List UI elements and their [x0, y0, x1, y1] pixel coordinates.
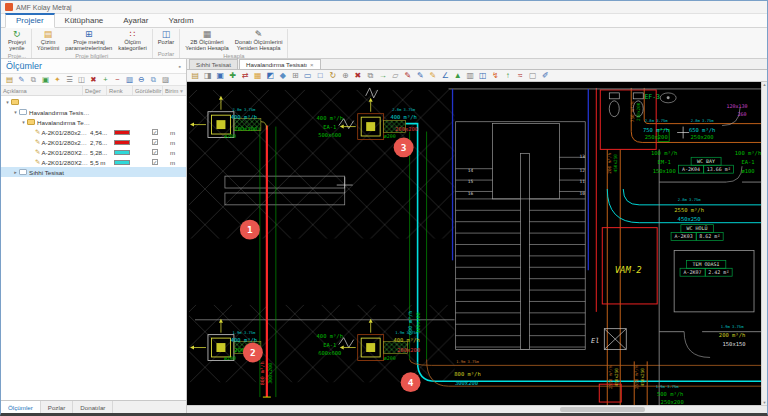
visible-checkbox[interactable]: ✓: [152, 129, 158, 135]
expander-icon[interactable]: ▾: [12, 109, 19, 115]
color-swatch[interactable]: [114, 160, 130, 165]
database-icon[interactable]: ◩: [264, 70, 277, 81]
print-icon[interactable]: ⧉: [28, 74, 39, 85]
tree-row-root[interactable]: ▾: [1, 97, 186, 107]
forward-icon[interactable]: →: [377, 70, 390, 81]
measure-badge-2[interactable]: 2: [243, 343, 263, 363]
zoom-extents-icon[interactable]: ✚: [227, 70, 240, 81]
table-icon[interactable]: ◫: [477, 70, 490, 81]
ribbon-tab-k-t-phane[interactable]: Kütüphane: [55, 15, 114, 27]
spline-icon[interactable]: ≈: [514, 70, 527, 81]
ribbon-tab-ayarlar[interactable]: Ayarlar: [113, 15, 158, 27]
tree-row-s-hhi-tesisat[interactable]: ▸Sıhhi Tesisat: [1, 167, 186, 177]
add-icon[interactable]: +: [100, 74, 111, 85]
visible-checkbox[interactable]: ✓: [152, 149, 158, 155]
zoom-out-icon[interactable]: ⊖: [136, 74, 147, 85]
copy-icon[interactable]: ⧉: [148, 74, 159, 85]
ribbon-button-proje-metraj-parametrelerinden[interactable]: ⊞Proje metraj parametrelerinden: [63, 29, 114, 52]
viewport-icon[interactable]: ▭: [302, 70, 315, 81]
edit-icon[interactable]: ✎: [16, 74, 27, 85]
copy-icon[interactable]: ⧉: [364, 70, 377, 81]
delete-icon[interactable]: ✖: [88, 74, 99, 85]
close-tab-icon[interactable]: ×: [310, 62, 314, 68]
rename-icon[interactable]: ◫: [76, 74, 87, 85]
panel-tab-l-mler[interactable]: Ölçümler: [1, 401, 41, 413]
ribbon-tab-yard-m[interactable]: Yardım: [158, 15, 203, 27]
document-tab-havaland-rma-tesisat[interactable]: Havalandırma Tesisatı×: [239, 59, 321, 69]
hscroll-thumb[interactable]: [560, 407, 645, 412]
tree-row-a-2k01-280x200-s[interactable]: ✎A-2K01/280X200 S...5,28...✓m: [1, 147, 186, 157]
zoom-icon[interactable]: ⊕: [339, 70, 352, 81]
cad-canvas[interactable]: WC BAYA-2K0413.66 m²WC HOLÜA-2K038.62 m²…: [187, 82, 761, 405]
polygon-icon[interactable]: ▱: [389, 70, 402, 81]
ribbon-button-l-m-kategorileri[interactable]: ∷Ölçüm kategorileri: [116, 29, 148, 52]
tree-row-havaland-rma-tesisat[interactable]: ▾Havalandırma Tesisatı: [1, 117, 186, 127]
lightning-icon[interactable]: ↯: [489, 70, 502, 81]
select-icon[interactable]: ◆: [277, 70, 290, 81]
ribbon-tab-projeler[interactable]: Projeler: [5, 13, 55, 28]
ribbon-button-2b-l-mleri-yeniden-hesapla[interactable]: ▦2B Ölçümleri Yeniden Hesapla: [183, 29, 231, 52]
expander-icon[interactable]: ▸: [12, 169, 19, 175]
grid-icon[interactable]: ⊞: [289, 70, 302, 81]
list-icon[interactable]: ☰: [64, 74, 75, 85]
measure-badge-3[interactable]: 3: [394, 137, 414, 157]
remove-icon[interactable]: −: [112, 74, 123, 85]
ribbon-button-projeyi-yenile[interactable]: ↻Projeyi yenile: [6, 29, 28, 52]
tree-row-a-2k01-280x200-sal[interactable]: ✎A-2K01/280x200 Sal4,54...✓m: [1, 127, 186, 137]
panel-tab-pozlar[interactable]: Pozlar: [41, 401, 74, 413]
visible-checkbox[interactable]: ✓: [152, 139, 158, 145]
ribbon-button-izim-y-netimi[interactable]: ▤Çizim Yönetimi: [35, 29, 62, 52]
tree-row-a-2k01-280x200-s[interactable]: ✎A-2K01/280X200 S...5,5 m✓m: [1, 157, 186, 167]
red-pen-icon[interactable]: ✎: [402, 70, 415, 81]
save-icon[interactable]: ▣: [214, 70, 227, 81]
expander-icon[interactable]: ▾: [4, 99, 11, 105]
cad-label: 450x250: [613, 154, 618, 173]
visible-checkbox[interactable]: ✓: [152, 159, 158, 165]
measure-badge-4[interactable]: 4: [401, 372, 421, 392]
refresh-project-icon: ↻: [13, 29, 21, 39]
import-icon[interactable]: ▤: [4, 74, 15, 85]
new-group-icon[interactable]: ▣: [40, 74, 51, 85]
preview-icon[interactable]: ◨: [202, 70, 215, 81]
window-select-icon[interactable]: □: [314, 70, 327, 81]
layers-icon[interactable]: ▦: [252, 70, 265, 81]
cad-label: 250x200: [645, 134, 668, 140]
measure-badge-1[interactable]: 1: [240, 220, 260, 240]
folder-icon: [19, 169, 27, 175]
tree-row-havaland-rma-tesisat[interactable]: ▾Havalandırma Tesisatı: [1, 107, 186, 117]
pen-icon[interactable]: ✐: [539, 70, 552, 81]
expander-icon[interactable]: ▾: [20, 119, 27, 125]
swap-view-icon[interactable]: ⇄: [239, 70, 252, 81]
panel-tab-donat-lar[interactable]: Donatılar: [73, 401, 113, 413]
new-measure-icon[interactable]: ✦: [52, 74, 63, 85]
horizontal-scrollbar[interactable]: [187, 405, 767, 413]
ribbon-button-pozlar[interactable]: ◫Pozlar: [156, 29, 176, 45]
blue-pen-icon[interactable]: ✎: [414, 70, 427, 81]
column-header-renk[interactable]: Renk: [107, 86, 133, 95]
filter-icon[interactable]: ▼: [179, 88, 186, 94]
unit-label: m: [170, 159, 186, 166]
pin-icon[interactable]: ▪: [179, 63, 181, 70]
angle-measure-icon[interactable]: ∠: [439, 70, 452, 81]
move-up-icon[interactable]: ↑: [502, 70, 515, 81]
color-swatch[interactable]: [114, 140, 130, 145]
print-report-icon[interactable]: ▥: [124, 74, 135, 85]
paste-icon[interactable]: ▨: [160, 74, 171, 85]
column-header-birim[interactable]: Birim: [163, 86, 179, 95]
document-tab-s-hhi-tesisat[interactable]: Sıhhi Tesisat: [189, 59, 238, 69]
erase-icon[interactable]: ✖: [352, 70, 365, 81]
column-header-g-r-lebilir[interactable]: Görülebilir: [133, 86, 163, 95]
yellow-pen-icon[interactable]: ✎: [427, 70, 440, 81]
column-header-a-klama[interactable]: Açıklama: [1, 86, 83, 95]
color-swatch[interactable]: [114, 150, 130, 155]
tree-row-a-2k01-280x200-sal[interactable]: ✎A-2K01/280x200 Sal2,76...✓m: [1, 137, 186, 147]
open-icon[interactable]: ▤: [189, 70, 202, 81]
triangle-icon[interactable]: ▲: [452, 70, 465, 81]
rotate-icon[interactable]: ↻: [327, 70, 340, 81]
vertical-scrollbar[interactable]: ▲▼: [761, 82, 767, 405]
color-swatch[interactable]: [114, 130, 130, 135]
hatch-icon[interactable]: ▥: [464, 70, 477, 81]
column-header-de-er[interactable]: Değer: [83, 86, 107, 95]
ribbon-button-donat-l-mlerini-yeniden-hesapla[interactable]: ✎Donatı Ölçümlerini Yeniden Hesapla: [233, 29, 285, 52]
page-icon[interactable]: ▢: [527, 70, 540, 81]
